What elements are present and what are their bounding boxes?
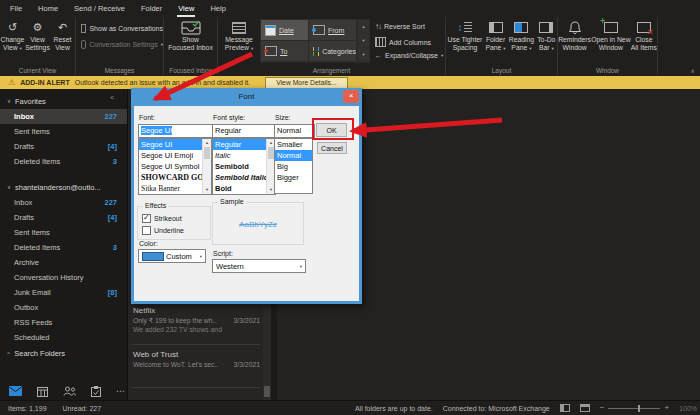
sidebar-item-inbox-favorite[interactable]: Inbox 227 — [0, 109, 127, 124]
font-input[interactable]: Segoe UI — [138, 124, 214, 138]
group-window: Reminders Window Open in New Window Clos… — [558, 17, 658, 75]
from-icon — [313, 25, 325, 35]
conversation-settings-button[interactable]: Conversation Settings — [81, 40, 163, 49]
font-list[interactable]: Segoe UI Segoe UI Emoji Segoe UI Symbol … — [138, 138, 212, 195]
sidebar-item-deleted-items-favorite[interactable]: Deleted Items 3 — [0, 154, 127, 169]
color-swatch — [142, 252, 164, 261]
account-header[interactable]: shantelanderson@outlo... — [0, 179, 127, 195]
scroll-up-icon[interactable] — [205, 139, 209, 147]
sidebar-item-junk-email[interactable]: Junk Email [8] — [0, 285, 127, 300]
normal-view-icon[interactable] — [560, 404, 570, 412]
group-layout: Use Tighter Spacing Folder Pane Reading … — [446, 17, 558, 75]
expand-collapse-button[interactable]: Expand/Collapse — [375, 52, 443, 59]
sync-status: All folders are up to date. — [355, 405, 433, 412]
color-dropdown[interactable]: Custom — [138, 249, 206, 263]
scrollbar-thumb[interactable] — [204, 147, 210, 159]
gallery-more-button[interactable]: ▼ — [358, 48, 369, 62]
dialog-title: Font — [131, 88, 362, 106]
sample-group: Sample AaBbYyZz — [212, 202, 304, 245]
divider — [132, 387, 260, 388]
chevron-down-icon — [251, 46, 253, 51]
scroll-down-icon[interactable] — [269, 186, 273, 194]
sidebar-item-drafts[interactable]: Drafts [4] — [0, 210, 127, 225]
arrange-by-to[interactable]: To — [261, 41, 309, 62]
expand-collapse-icon — [375, 52, 382, 59]
scroll-up-icon[interactable] — [269, 139, 273, 147]
gallery-up-button[interactable]: ▲ — [358, 20, 369, 34]
sidebar-item-sent-items[interactable]: Sent Items — [0, 225, 127, 240]
reading-view-icon[interactable] — [580, 404, 590, 412]
group-messages: Show as Conversations Conversation Setti… — [76, 17, 164, 75]
favorites-header[interactable]: Favorites — [0, 93, 127, 109]
unread-count: Unread: 227 — [63, 405, 102, 412]
reset-icon — [58, 19, 67, 36]
zoom-in-icon[interactable]: + — [664, 404, 669, 412]
sidebar-item-scheduled[interactable]: Scheduled — [0, 330, 127, 345]
group-label-messages: Messages — [76, 67, 163, 74]
sidebar-item-drafts-favorite[interactable]: Drafts [4] — [0, 139, 127, 154]
group-focused-inbox: Show Focused Inbox Focused Inbox — [164, 17, 218, 75]
add-columns-icon — [375, 37, 386, 47]
mail-module-icon[interactable] — [9, 386, 22, 396]
underline-checkbox[interactable]: Underline — [142, 226, 184, 235]
close-icon[interactable] — [343, 90, 359, 103]
scrollbar-thumb[interactable] — [264, 386, 270, 397]
gallery-down-button[interactable]: ▼ — [358, 34, 369, 48]
script-dropdown[interactable]: Western — [212, 259, 306, 273]
sidebar-item-search-folders[interactable]: Search Folders — [0, 345, 127, 361]
folder-pane-icon — [489, 22, 503, 33]
collapse-ribbon-icon[interactable] — [691, 67, 695, 74]
sidebar-item-sent-items-favorite[interactable]: Sent Items — [0, 124, 127, 139]
tab-home[interactable]: Home — [30, 0, 66, 17]
script-label: Script: — [213, 250, 233, 257]
zoom-level: 100% — [679, 405, 697, 412]
sidebar-item-outbox[interactable]: Outbox — [0, 300, 127, 315]
scroll-down-icon[interactable] — [205, 186, 209, 194]
more-modules-icon[interactable] — [116, 386, 125, 396]
change-view-icon — [8, 19, 17, 36]
font-label: Font: — [139, 114, 155, 121]
add-columns-button[interactable]: Add Columns — [375, 37, 443, 47]
divider — [0, 169, 127, 179]
tab-folder[interactable]: Folder — [133, 0, 170, 17]
font-list-scrollbar[interactable] — [202, 139, 211, 194]
sidebar-item-conversation-history[interactable]: Conversation History — [0, 270, 127, 285]
arrange-by-categories[interactable]: Categories — [309, 41, 357, 62]
size-list[interactable]: Smaller Normal Big Bigger — [274, 138, 313, 194]
tab-file[interactable]: File — [2, 0, 30, 17]
tab-help[interactable]: Help — [202, 0, 233, 17]
calendar-module-icon[interactable] — [37, 386, 48, 397]
arrange-by-date[interactable]: Date — [261, 20, 309, 41]
font-style-input[interactable]: Regular — [212, 124, 278, 138]
zoom-track[interactable] — [608, 408, 660, 409]
chevron-down-icon — [161, 42, 163, 47]
reverse-sort-button[interactable]: Reverse Sort — [375, 21, 443, 32]
sidebar-item-inbox[interactable]: Inbox 227 — [0, 195, 127, 210]
show-as-conversations-checkbox[interactable]: Show as Conversations — [81, 24, 163, 33]
sidebar-item-deleted-items[interactable]: Deleted Items 3 — [0, 240, 127, 255]
cancel-button[interactable]: Cancel — [317, 142, 347, 154]
zoom-out-icon[interactable]: − — [600, 404, 605, 412]
tab-send-receive[interactable]: Send / Receive — [66, 0, 133, 17]
arrange-by-from[interactable]: From — [309, 20, 357, 41]
view-more-details-button[interactable]: View More Details... — [265, 77, 347, 89]
sidebar-item-rss-feeds[interactable]: RSS Feeds — [0, 315, 127, 330]
people-module-icon[interactable] — [63, 386, 76, 396]
message-item[interactable]: Netflix Only ₹ 199 to keep the wh.. 3/3/… — [128, 305, 262, 334]
gallery-scroll: ▲ ▼ ▼ — [358, 19, 370, 63]
chevron-down-icon — [441, 53, 443, 58]
tasks-module-icon[interactable] — [91, 386, 101, 397]
tab-view[interactable]: View — [170, 0, 202, 17]
sidebar-item-archive[interactable]: Archive — [0, 255, 127, 270]
group-label-layout: Layout — [446, 67, 557, 74]
group-label-focused-inbox: Focused Inbox — [164, 67, 217, 74]
group-label-arrangement: Arrangement — [218, 67, 445, 74]
font-style-list[interactable]: Regular Italic Semibold Semibold Italic … — [212, 138, 276, 195]
chevron-down-icon — [503, 46, 505, 51]
message-item[interactable]: Web of Trust Welcome to WoT. Let's sec..… — [128, 349, 262, 369]
size-input[interactable]: Normal — [274, 124, 315, 138]
zoom-slider[interactable]: − + — [600, 404, 669, 412]
ribbon: File Home Send / Receive Folder View Hel… — [0, 0, 700, 77]
strikeout-checkbox[interactable]: Strikeout — [142, 214, 182, 223]
folder-list: Favorites Inbox 227 Sent Items Drafts [4… — [0, 93, 127, 361]
